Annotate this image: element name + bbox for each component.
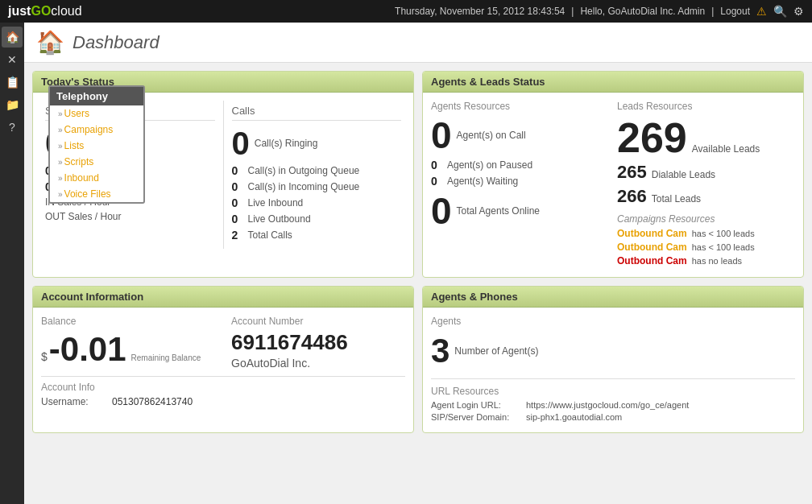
dialable-leads-row: 265 Dialable Leads <box>617 162 795 183</box>
account-info-section-label: Account Info <box>41 382 405 393</box>
campaign-row-1: Outbound Cam has < 100 leads <box>617 228 795 239</box>
logo: justGOcloud <box>8 4 82 19</box>
campaign-status-1: has < 100 leads <box>692 229 755 238</box>
available-leads-row: 269 Available Leads <box>617 117 795 159</box>
account-info-header: Account Information <box>33 287 413 308</box>
agents-on-paused-row: 0 Agent(s) on Paused <box>431 159 609 171</box>
gear-icon[interactable]: ⚙ <box>793 5 804 18</box>
menu-item-users[interactable]: » Users <box>50 105 143 122</box>
campaigns-resources-header: Campaigns Resources <box>617 213 795 225</box>
sidebar-home[interactable]: 🏠 <box>2 27 23 48</box>
outgoing-queue-label: Call(s) in Outgoing Queue <box>248 165 360 176</box>
warning-icon[interactable]: ⚠ <box>756 5 767 18</box>
account-number-value: 6911674486 <box>231 330 405 355</box>
topbar-separator: | <box>571 6 574 17</box>
agents-waiting-num: 0 <box>431 175 444 188</box>
campaign-status-3: has no leads <box>692 256 742 266</box>
agents-phones-header: Agents & Phones <box>423 287 803 308</box>
agents-waiting-label: Agent(s) Waiting <box>447 176 518 187</box>
sip-domain-row: SIP/Server Domain: sip-phx1.goautodial.c… <box>431 412 795 422</box>
logo-go: GO <box>31 4 51 19</box>
live-inbound-num: 0 <box>232 196 245 209</box>
username-key: Username: <box>41 396 106 407</box>
sidebar-list[interactable]: 📋 <box>2 72 23 93</box>
live-inbound-label: Live Inbound <box>248 197 304 209</box>
account-number-section: Account Number 6911674486 GoAutoDial Inc… <box>231 316 405 370</box>
agents-section-label: Agents <box>431 316 795 327</box>
agents-on-paused-num: 0 <box>431 159 444 171</box>
dialable-leads-label: Dialable Leads <box>652 169 715 180</box>
campaigns-section: Campaigns Resources Outbound Cam has < 1… <box>617 213 795 266</box>
agent-count-num: 3 <box>431 332 450 370</box>
topbar: justGOcloud Thursday, November 15, 2012 … <box>0 0 812 23</box>
calls-ringing-label: Call(s) Ringing <box>255 138 318 149</box>
username-row: Username: 051307862413740 <box>41 396 405 407</box>
outgoing-queue-row: 0 Call(s) in Outgoing Queue <box>232 164 402 177</box>
agent-login-url-value: https://www.justgocloud.com/go_ce/agent <box>526 400 689 410</box>
logo-cloud: cloud <box>51 4 81 19</box>
outgoing-queue-num: 0 <box>232 164 245 177</box>
leads-resources-header: Leads Resources <box>617 101 795 112</box>
sidebar: 🏠 ✕ 📋 📁 ? <box>0 23 24 504</box>
account-balance-section: Balance $ -0.01 Remaining Balance <box>41 316 215 370</box>
sip-domain-key: SIP/Server Domain: <box>431 412 520 422</box>
account-info-body: Balance $ -0.01 Remaining Balance Accoun… <box>33 308 413 415</box>
home-icon: 🏠 <box>36 29 64 56</box>
status-divider <box>223 101 224 249</box>
balance-dollar-sign: $ <box>41 350 48 363</box>
topbar-logout[interactable]: Logout <box>720 6 750 17</box>
menu-item-inbound[interactable]: » Inbound <box>50 170 143 186</box>
dialable-leads-num: 265 <box>617 162 647 183</box>
agents-on-call-num: 0 <box>431 117 452 154</box>
campaign-name-2: Outbound Cam <box>617 242 687 253</box>
agent-login-url-key: Agent Login URL: <box>431 400 520 410</box>
campaign-row-2: Outbound Cam has < 100 leads <box>617 242 795 253</box>
telephony-menu: Telephony » Users » Campaigns » Lists » … <box>48 85 145 204</box>
main-content: 🏠 Dashboard Telephony » Users » Campaign… <box>24 23 812 504</box>
topbar-greeting: Hello, GoAutoDial Inc. Admin <box>580 6 705 17</box>
agents-on-call-row: 0 Agent(s) on Call <box>431 117 609 154</box>
total-calls-num: 2 <box>232 229 245 242</box>
account-name: GoAutoDial Inc. <box>231 357 405 370</box>
agents-phones-body: Agents 3 Number of Agent(s) URL Resource… <box>423 308 803 432</box>
bottom-row: Account Information Balance $ -0.01 Rema… <box>24 286 812 441</box>
sip-domain-value: sip-phx1.goautodial.com <box>526 412 622 422</box>
live-outbound-row: 0 Live Outbound <box>232 213 402 225</box>
calls-column: Calls 0 Call(s) Ringing 0 Call(s) in Out… <box>228 101 406 249</box>
total-leads-num: 266 <box>617 186 647 207</box>
total-agents-label: Total Agents Online <box>457 205 540 217</box>
calls-header: Calls <box>232 105 402 121</box>
menu-item-scripts[interactable]: » Scripts <box>50 154 143 170</box>
balance-row: $ -0.01 Remaining Balance <box>41 330 215 369</box>
agents-on-call-label: Agent(s) on Call <box>457 130 526 141</box>
menu-item-lists[interactable]: » Lists <box>50 138 143 154</box>
page-header: 🏠 Dashboard <box>24 23 812 63</box>
agent-login-url-row: Agent Login URL: https://www.justgocloud… <box>431 400 795 410</box>
balance-amount: -0.01 <box>49 330 126 369</box>
live-inbound-row: 0 Live Inbound <box>232 196 402 209</box>
incoming-queue-row: 0 Call(s) in Incoming Queue <box>232 180 402 193</box>
menu-item-campaigns[interactable]: » Campaigns <box>50 122 143 138</box>
username-value: 051307862413740 <box>112 396 193 407</box>
url-resources-section: URL Resources Agent Login URL: https://w… <box>431 378 795 422</box>
total-agents-num: 0 <box>431 192 452 229</box>
agents-resources-header: Agents Resources <box>431 101 609 112</box>
sidebar-folder[interactable]: 📁 <box>2 94 23 115</box>
remaining-balance-label: Remaining Balance <box>131 353 201 363</box>
balance-label: Balance <box>41 316 215 327</box>
available-leads-label: Available Leads <box>692 143 760 155</box>
topbar-separator2: | <box>711 6 714 17</box>
agents-leads-panel: Agents & Leads Status Agents Resources 0… <box>422 71 804 278</box>
account-info-details: Account Info Username: 051307862413740 <box>41 376 405 407</box>
sidebar-close[interactable]: ✕ <box>2 49 23 70</box>
out-sales-per-hour-label: OUT Sales / Hour <box>45 211 121 222</box>
campaign-name-3: Outbound Cam <box>617 255 687 266</box>
menu-item-voice-files[interactable]: » Voice Files <box>50 186 143 202</box>
incoming-queue-num: 0 <box>232 180 245 193</box>
sidebar-help[interactable]: ? <box>2 117 23 138</box>
search-icon[interactable]: 🔍 <box>773 5 787 18</box>
topbar-datetime: Thursday, November 15, 2012 18:43:54 <box>395 6 565 17</box>
number-of-agents-label: Number of Agent(s) <box>454 345 538 357</box>
url-resources-label: URL Resources <box>431 386 795 397</box>
account-grid: Balance $ -0.01 Remaining Balance Accoun… <box>41 316 405 370</box>
